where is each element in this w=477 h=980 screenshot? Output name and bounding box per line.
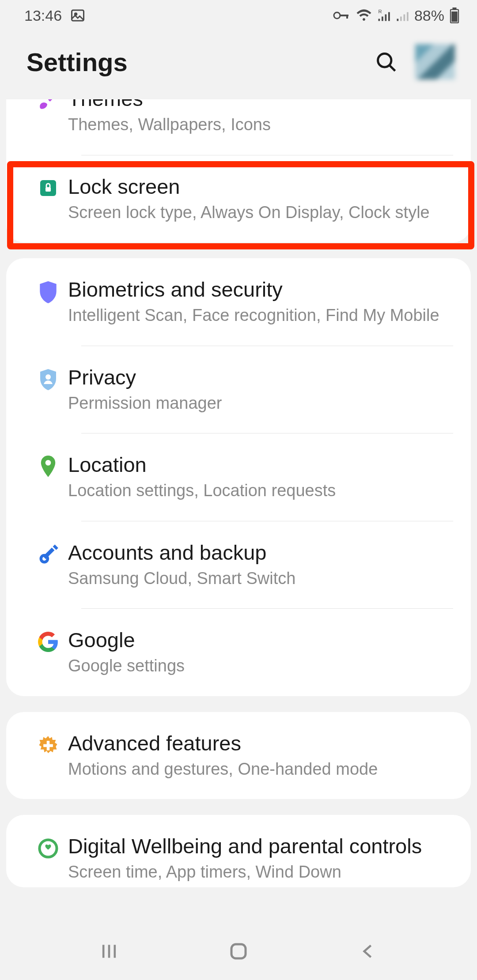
status-bar: 13:46 R 88% [0,0,477,31]
svg-rect-33 [231,944,246,958]
svg-rect-20 [45,187,51,192]
item-subtitle: Samsung Cloud, Smart Switch [68,568,458,589]
pin-icon [28,456,68,479]
item-subtitle: Motions and gestures, One-handed mode [68,759,458,780]
item-subtitle: Screen time, App timers, Wind Down [68,862,458,883]
settings-group: Advanced features Motions and gestures, … [6,712,471,799]
item-subtitle: Screen lock type, Always On Display, Clo… [68,202,458,223]
brush-icon [28,99,68,112]
svg-point-21 [45,374,51,380]
home-button[interactable] [225,938,252,965]
item-title: Google [68,628,458,652]
settings-scroll[interactable]: Themes Themes, Wallpapers, Icons Lock sc… [0,99,477,923]
wifi-icon [356,9,372,22]
item-title: Location [68,453,458,477]
battery-percent: 88% [414,7,444,24]
settings-item-privacy[interactable]: Privacy Permission manager [6,346,471,433]
settings-item-wellbeing[interactable]: Digital Wellbeing and parental controls … [6,815,471,887]
picture-icon [70,8,86,23]
item-subtitle: Intelligent Scan, Face recognition, Find… [68,305,458,326]
search-button[interactable] [375,50,398,73]
svg-rect-9 [388,12,390,21]
settings-group: Themes Themes, Wallpapers, Icons Lock sc… [6,99,471,242]
svg-rect-10 [397,19,398,21]
svg-point-2 [334,12,340,19]
svg-rect-12 [403,15,405,21]
svg-rect-4 [346,15,348,19]
settings-item-accounts[interactable]: Accounts and backup Samsung Cloud, Smart… [6,521,471,609]
item-title: Themes [68,99,458,111]
google-icon [28,631,68,653]
settings-group: Biometrics and security Intelligent Scan… [6,258,471,696]
signal-weak-icon [396,9,409,22]
item-title: Digital Wellbeing and parental controls [68,834,458,858]
battery-icon [450,8,459,23]
key-icon [28,543,68,566]
app-header: Settings [0,31,477,102]
svg-line-18 [390,66,395,71]
signal-roaming-icon: R [377,9,390,22]
lock-icon [28,177,68,199]
svg-rect-7 [382,17,383,21]
navigation-bar [0,923,477,980]
shield-user-icon [28,368,68,391]
svg-rect-13 [407,12,409,21]
item-subtitle: Google settings [68,656,458,677]
item-title: Privacy [68,366,458,389]
vpn-key-icon [333,10,351,21]
item-title: Advanced features [68,731,458,755]
svg-rect-8 [385,15,386,21]
svg-point-22 [45,460,51,466]
back-button[interactable] [355,938,381,965]
item-subtitle: Themes, Wallpapers, Icons [68,114,458,136]
settings-group: Digital Wellbeing and parental controls … [6,815,471,887]
svg-rect-26 [53,544,58,550]
gear-plus-icon [28,734,68,757]
item-subtitle: Permission manager [68,393,458,414]
page-title: Settings [26,47,128,77]
item-subtitle: Location settings, Location requests [68,480,458,501]
svg-rect-16 [451,11,458,22]
recents-button[interactable] [96,938,122,965]
status-time: 13:46 [24,7,62,24]
svg-text:R: R [378,9,382,14]
svg-rect-28 [43,744,53,747]
profile-avatar[interactable] [415,44,455,79]
svg-point-17 [378,54,391,67]
svg-rect-11 [400,17,402,21]
item-title: Biometrics and security [68,278,458,302]
settings-item-themes[interactable]: Themes Themes, Wallpapers, Icons [6,99,471,155]
settings-item-advanced[interactable]: Advanced features Motions and gestures, … [6,712,471,799]
settings-item-location[interactable]: Location Location settings, Location req… [6,433,471,521]
svg-rect-6 [378,19,380,21]
item-title: Lock screen [68,175,458,199]
settings-item-biometrics[interactable]: Biometrics and security Intelligent Scan… [6,258,471,346]
settings-item-lock-screen[interactable]: Lock screen Screen lock type, Always On … [6,155,471,243]
settings-item-google[interactable]: Google Google settings [6,609,471,696]
item-title: Accounts and backup [68,541,458,565]
shield-icon [28,280,68,304]
wellbeing-icon [28,837,68,860]
